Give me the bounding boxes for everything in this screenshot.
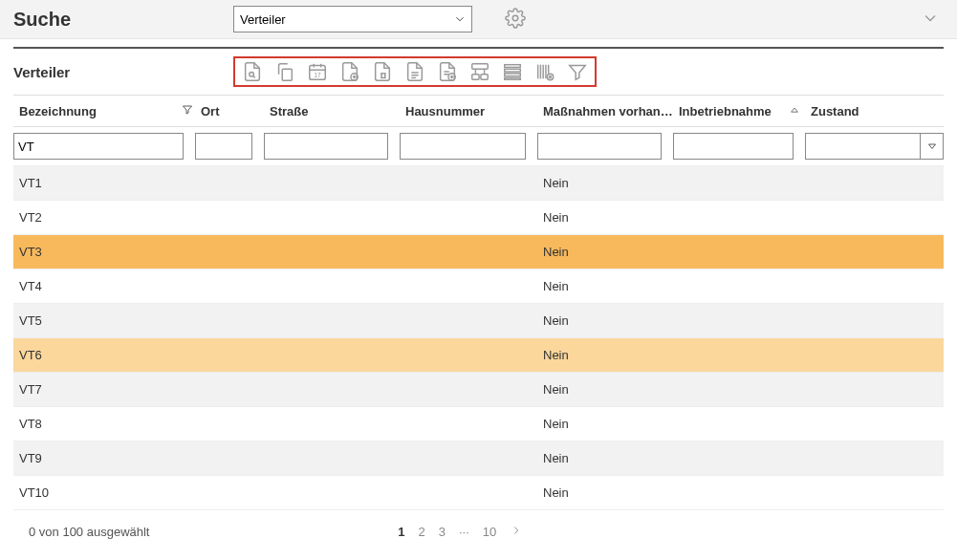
table-row[interactable]: VT7Nein <box>13 373 944 407</box>
pager-page[interactable]: 2 <box>418 525 424 539</box>
search-header: Suche Verteiler <box>0 0 957 39</box>
svg-point-0 <box>512 15 518 21</box>
subheader: Verteiler 17 <box>0 49 957 91</box>
table-row[interactable]: VT2Nein <box>13 201 944 235</box>
add-document-icon[interactable] <box>338 60 361 83</box>
svg-rect-25 <box>505 65 521 68</box>
relation-icon[interactable] <box>468 60 491 83</box>
svg-rect-27 <box>505 74 521 76</box>
cell-bezeichnung: VT6 <box>13 348 195 362</box>
svg-point-1 <box>250 72 254 76</box>
pager-page[interactable]: 10 <box>483 525 496 539</box>
cell-bezeichnung: VT3 <box>13 245 195 259</box>
cell-bezeichnung: VT5 <box>13 313 195 328</box>
svg-line-2 <box>253 76 255 78</box>
cell-massnahmen: Nein <box>537 417 673 431</box>
table-row[interactable]: VT5Nein <box>13 304 944 338</box>
pager-ellipsis: ··· <box>459 525 469 539</box>
col-header-hausnummer[interactable]: Hausnummer <box>400 104 537 118</box>
settings-button[interactable] <box>505 8 526 32</box>
filter-active-icon <box>182 104 193 118</box>
section-title: Verteiler <box>13 64 233 80</box>
svg-point-34 <box>547 74 553 79</box>
pager-page[interactable]: 1 <box>398 525 404 539</box>
list-icon[interactable] <box>501 60 524 83</box>
cell-massnahmen: Nein <box>537 451 673 465</box>
table-row[interactable]: VT10Nein <box>13 476 944 510</box>
filter-massnahmen[interactable] <box>537 133 662 160</box>
add-text-document-icon[interactable] <box>436 60 459 83</box>
col-header-ort[interactable]: Ort <box>195 104 264 118</box>
svg-marker-36 <box>792 108 798 112</box>
svg-rect-20 <box>472 64 489 70</box>
col-header-strasse[interactable]: Straße <box>264 104 400 118</box>
table-row[interactable]: VT4Nein <box>13 269 944 304</box>
table-row[interactable]: VT1Nein <box>13 166 944 201</box>
cell-massnahmen: Nein <box>537 176 673 190</box>
selection-summary: 0 von 100 ausgewählt <box>29 525 149 539</box>
cell-bezeichnung: VT4 <box>13 279 195 293</box>
cell-massnahmen: Nein <box>537 348 673 362</box>
col-header-massnahmen[interactable]: Maßnahmen vorhand… <box>537 104 673 118</box>
col-header-bezeichnung[interactable]: Bezeichnung <box>13 104 195 118</box>
table-row[interactable]: VT9Nein <box>13 442 944 476</box>
col-header-inbetriebnahme[interactable]: Inbetriebnahme <box>673 104 805 118</box>
svg-rect-3 <box>282 69 292 80</box>
filter-row <box>13 127 944 166</box>
grid-header: Bezeichnung Ort Straße Hausnummer Maßnah… <box>13 95 944 127</box>
table-row[interactable]: VT8Nein <box>13 407 944 442</box>
cell-bezeichnung: VT8 <box>13 417 195 431</box>
sort-asc-icon <box>790 104 799 118</box>
page-title: Suche <box>13 9 233 31</box>
svg-marker-37 <box>928 144 935 149</box>
copy-document-icon[interactable] <box>273 60 296 83</box>
calendar-icon[interactable]: 17 <box>306 60 329 83</box>
collapse-button[interactable] <box>921 9 944 31</box>
cell-massnahmen: Nein <box>537 245 673 259</box>
toolbar: 17 <box>233 56 597 87</box>
cell-massnahmen: Nein <box>537 210 673 225</box>
svg-rect-24 <box>481 75 488 80</box>
data-grid: Bezeichnung Ort Straße Hausnummer Maßnah… <box>13 95 944 510</box>
svg-rect-28 <box>505 77 521 79</box>
cell-massnahmen: Nein <box>537 313 673 328</box>
filter-ort[interactable] <box>195 133 252 160</box>
svg-rect-26 <box>505 69 521 72</box>
table-row[interactable]: VT6Nein <box>13 338 944 373</box>
filter-hausnummer[interactable] <box>400 133 526 160</box>
cell-massnahmen: Nein <box>537 382 673 397</box>
pager-page[interactable]: 3 <box>439 525 446 539</box>
grid-footer: 0 von 100 ausgewählt 123···10 <box>0 510 957 548</box>
search-document-icon[interactable] <box>241 60 264 83</box>
barcode-settings-icon[interactable] <box>533 60 556 83</box>
cell-bezeichnung: VT1 <box>13 176 195 190</box>
svg-text:17: 17 <box>314 72 321 78</box>
pager: 123···10 <box>149 524 772 540</box>
svg-rect-23 <box>472 75 479 80</box>
cell-massnahmen: Nein <box>537 279 673 293</box>
svg-point-35 <box>550 76 552 78</box>
entity-select[interactable]: Verteiler <box>233 6 472 32</box>
text-document-icon[interactable] <box>403 60 426 83</box>
filter-bezeichnung[interactable] <box>13 133 184 160</box>
cell-bezeichnung: VT10 <box>13 485 195 500</box>
cell-massnahmen: Nein <box>537 485 673 500</box>
cell-bezeichnung: VT2 <box>13 210 195 225</box>
filter-zustand[interactable] <box>805 133 921 160</box>
funnel-icon[interactable] <box>566 60 589 83</box>
filter-zustand-dropdown[interactable] <box>921 133 944 160</box>
filter-inbetriebnahme[interactable] <box>673 133 794 160</box>
filter-strasse[interactable] <box>264 133 388 160</box>
delete-document-icon[interactable] <box>371 60 394 83</box>
table-row[interactable]: VT3Nein <box>13 235 944 269</box>
pager-next[interactable] <box>510 524 523 540</box>
col-header-zustand[interactable]: Zustand <box>805 104 944 118</box>
cell-bezeichnung: VT7 <box>13 382 195 397</box>
cell-bezeichnung: VT9 <box>13 451 195 465</box>
